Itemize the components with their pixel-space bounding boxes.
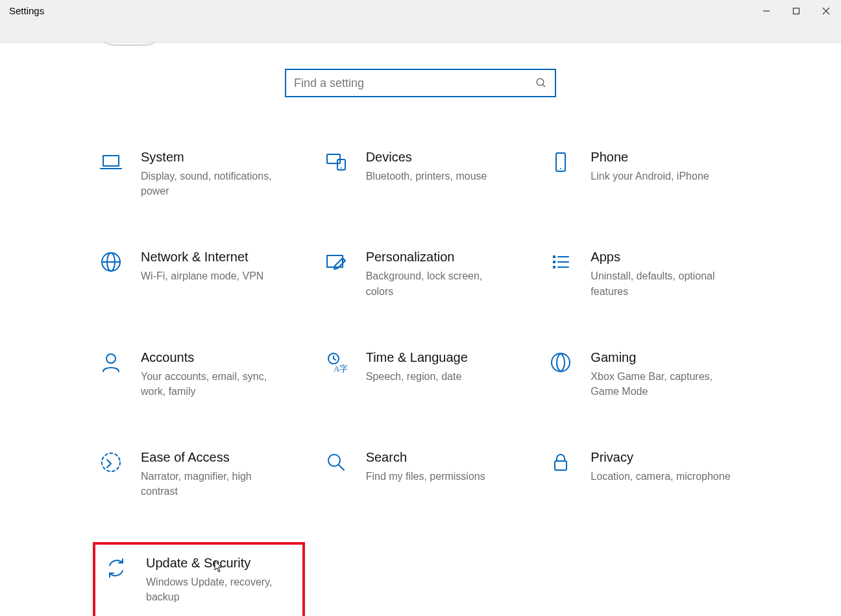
person-icon (97, 348, 125, 377)
tile-devices[interactable]: DevicesBluetooth, printers, mouse (319, 143, 529, 204)
tile-text: Network & InternetWi-Fi, airplane mode, … (141, 248, 263, 283)
tile-title: Privacy (591, 449, 730, 465)
tile-subtitle: Your accounts, email, sync, work, family (141, 369, 284, 399)
svg-point-23 (106, 354, 116, 363)
tile-system[interactable]: SystemDisplay, sound, notifications, pow… (94, 143, 304, 204)
tile-title: Update & Security (146, 555, 289, 571)
tile-text: SearchFind my files, permissions (366, 448, 485, 484)
minimize-button[interactable] (751, 0, 781, 22)
titlebar: Settings (0, 0, 841, 43)
maximize-button[interactable] (781, 0, 811, 22)
sync-icon (102, 554, 130, 582)
tile-title: Gaming (591, 349, 733, 365)
tile-title: Search (366, 449, 485, 465)
tile-title: Personalization (366, 249, 509, 265)
svg-line-31 (339, 465, 344, 470)
tile-subtitle: Display, sound, notifications, power (141, 169, 284, 198)
tile-subtitle: Speech, region, date (366, 369, 468, 384)
tile-text: PersonalizationBackground, lock screen, … (366, 248, 509, 298)
tile-text: Time & LanguageSpeech, region, date (366, 348, 468, 384)
time-lang-icon: A字 (322, 348, 350, 377)
svg-rect-17 (553, 255, 555, 258)
search-row (0, 69, 841, 97)
tile-ease-of-access[interactable]: Ease of AccessNarrator, magnifier, high … (94, 443, 304, 504)
tile-subtitle: Narrator, magnifier, high contrast (141, 469, 284, 499)
tile-network[interactable]: Network & InternetWi-Fi, airplane mode, … (94, 243, 304, 303)
window-title: Settings (0, 0, 53, 21)
tile-update-security[interactable]: Update & SecurityWindows Update, recover… (94, 543, 304, 617)
search-input[interactable] (294, 77, 535, 90)
tile-subtitle: Xbox Game Bar, captures, Game Mode (591, 369, 733, 399)
tile-text: AppsUninstall, defaults, optional featur… (591, 248, 733, 298)
tile-subtitle: Windows Update, recovery, backup (146, 575, 289, 604)
window-controls (751, 0, 841, 22)
svg-point-4 (537, 78, 544, 86)
tile-gaming[interactable]: GamingXbox Game Bar, captures, Game Mode (544, 343, 753, 404)
svg-rect-32 (555, 461, 567, 470)
tile-title: Accounts (141, 349, 284, 365)
tile-time-language[interactable]: A字Time & LanguageSpeech, region, date (319, 343, 529, 404)
tile-text: Update & SecurityWindows Update, recover… (146, 554, 289, 604)
tile-text: AccountsYour accounts, email, sync, work… (141, 348, 284, 399)
tile-subtitle: Link your Android, iPhone (591, 169, 709, 184)
avatar-edge-decor (104, 41, 156, 46)
svg-rect-6 (103, 156, 119, 166)
svg-point-10 (341, 167, 342, 169)
tile-title: Devices (366, 149, 487, 165)
tile-text: PrivacyLocation, camera, microphone (591, 448, 730, 484)
tile-accounts[interactable]: AccountsYour accounts, email, sync, work… (94, 343, 304, 404)
tile-subtitle: Location, camera, microphone (591, 469, 730, 484)
lock-icon (546, 448, 575, 477)
tile-search[interactable]: SearchFind my files, permissions (319, 443, 529, 504)
svg-line-26 (334, 359, 335, 360)
tile-text: DevicesBluetooth, printers, mouse (366, 148, 487, 184)
phone-icon (546, 148, 575, 176)
tile-text: PhoneLink your Android, iPhone (591, 148, 709, 184)
list-icon (546, 248, 575, 276)
tile-subtitle: Background, lock screen, colors (366, 268, 509, 298)
svg-line-5 (542, 84, 545, 87)
tile-text: GamingXbox Game Bar, captures, Game Mode (591, 348, 733, 399)
laptop-icon (97, 148, 125, 176)
tile-title: Time & Language (366, 349, 468, 365)
svg-point-28 (552, 353, 570, 372)
svg-rect-19 (553, 261, 555, 263)
tile-subtitle: Uninstall, defaults, optional features (591, 268, 733, 298)
svg-text:A字: A字 (334, 364, 348, 373)
tile-title: System (141, 149, 284, 165)
tile-title: Phone (591, 149, 709, 165)
globe-icon (97, 248, 125, 276)
gaming-icon (546, 348, 575, 377)
tile-subtitle: Wi-Fi, airplane mode, VPN (141, 268, 263, 283)
tile-privacy[interactable]: PrivacyLocation, camera, microphone (544, 443, 753, 504)
tile-phone[interactable]: PhoneLink your Android, iPhone (544, 143, 753, 204)
svg-rect-21 (553, 266, 555, 268)
tile-title: Apps (591, 249, 733, 265)
tile-personalization[interactable]: PersonalizationBackground, lock screen, … (319, 243, 529, 303)
search-icon (535, 77, 547, 89)
search-box[interactable] (285, 69, 556, 97)
tile-title: Ease of Access (141, 449, 284, 465)
svg-rect-1 (794, 8, 799, 14)
settings-grid: SystemDisplay, sound, notifications, pow… (88, 143, 753, 616)
tile-text: Ease of AccessNarrator, magnifier, high … (141, 448, 284, 499)
svg-point-12 (560, 168, 561, 169)
tile-subtitle: Find my files, permissions (366, 469, 485, 484)
tile-title: Network & Internet (141, 249, 263, 265)
settings-home-content: SystemDisplay, sound, notifications, pow… (0, 43, 841, 616)
svg-point-29 (102, 453, 120, 471)
tile-text: SystemDisplay, sound, notifications, pow… (141, 148, 284, 198)
tile-subtitle: Bluetooth, printers, mouse (366, 169, 487, 184)
close-button[interactable] (811, 0, 841, 22)
tile-apps[interactable]: AppsUninstall, defaults, optional featur… (544, 243, 753, 303)
search-icon (322, 448, 350, 477)
ease-icon (97, 448, 125, 477)
pen-icon (322, 248, 350, 276)
devices-icon (322, 148, 350, 176)
